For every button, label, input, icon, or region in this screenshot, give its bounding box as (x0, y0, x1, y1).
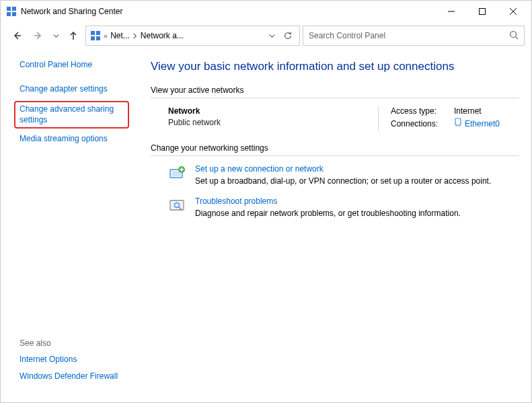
new-connection-icon (168, 164, 187, 183)
breadcrumb-seg-1[interactable]: Net... (110, 31, 138, 40)
location-icon (90, 30, 101, 41)
sidebar-item-internet-options[interactable]: Internet Options (20, 355, 129, 365)
sidebar-item-advanced-sharing-highlight: Change advanced sharing settings (14, 101, 129, 129)
active-network-block: Network Public network Access type: Inte… (168, 106, 519, 131)
titlebar: Network and Sharing Center (1, 1, 531, 22)
svg-rect-12 (96, 31, 100, 35)
main: Control Panel Home Change adapter settin… (1, 49, 531, 402)
back-button[interactable] (7, 26, 26, 45)
new-connection-link[interactable]: Set up a new connection or network (195, 164, 491, 174)
search-input[interactable] (309, 31, 509, 40)
troubleshoot-link[interactable]: Troubleshoot problems (195, 196, 461, 206)
svg-rect-3 (12, 12, 16, 16)
search-icon[interactable] (509, 30, 519, 42)
svg-rect-0 (7, 7, 11, 11)
address-dropdown[interactable] (266, 26, 278, 45)
svg-rect-13 (91, 36, 95, 40)
sidebar-item-media-streaming[interactable]: Media streaming options (20, 134, 129, 145)
content: View your basic network information and … (139, 49, 531, 402)
troubleshoot-desc: Diagnose and repair network problems, or… (195, 209, 461, 218)
sidebar-item-adapter-settings[interactable]: Change adapter settings (20, 84, 129, 95)
connection-link[interactable]: Ethernet0 (454, 118, 500, 129)
breadcrumb-prev-chevron[interactable]: « (104, 32, 108, 40)
network-sharing-icon (6, 6, 17, 17)
connections-label: Connections: (391, 119, 445, 129)
svg-point-15 (510, 31, 517, 37)
svg-rect-2 (7, 12, 11, 16)
address-bar[interactable]: « Net... Network a... (85, 26, 300, 46)
connection-name: Ethernet0 (465, 119, 500, 129)
new-connection-desc: Set up a broadband, dial-up, or VPN conn… (195, 176, 491, 186)
minimize-button[interactable] (436, 1, 467, 22)
svg-rect-17 (455, 118, 461, 125)
svg-rect-1 (12, 7, 16, 11)
access-type-value: Internet (454, 106, 482, 116)
active-networks-heading: View your active networks (151, 85, 519, 95)
breadcrumb-label: Network a... (141, 31, 184, 40)
control-panel-home[interactable]: Control Panel Home (20, 60, 129, 71)
action-troubleshoot: Troubleshoot problems Diagnose and repai… (168, 196, 519, 218)
svg-line-16 (516, 36, 519, 39)
divider (151, 98, 519, 98)
up-button[interactable] (64, 26, 83, 45)
svg-rect-11 (91, 31, 95, 35)
divider (151, 155, 519, 156)
sidebar: Control Panel Home Change adapter settin… (1, 49, 139, 402)
svg-rect-5 (480, 9, 486, 15)
troubleshoot-icon (168, 196, 187, 215)
window-title: Network and Sharing Center (21, 7, 122, 16)
sidebar-item-defender-firewall[interactable]: Windows Defender Firewall (20, 371, 129, 382)
sidebar-item-advanced-sharing[interactable]: Change advanced sharing settings (20, 104, 124, 125)
close-button[interactable] (498, 1, 529, 22)
maximize-button[interactable] (467, 1, 498, 22)
network-name: Network (168, 106, 378, 116)
refresh-button[interactable] (280, 26, 295, 45)
svg-rect-14 (96, 36, 100, 40)
forward-button[interactable] (29, 26, 48, 45)
chevron-right-icon (132, 33, 138, 39)
action-new-connection: Set up a new connection or network Set u… (168, 164, 519, 186)
network-type: Public network (168, 118, 378, 127)
recent-dropdown[interactable] (50, 26, 61, 45)
navbar: « Net... Network a... (1, 22, 531, 49)
page-title: View your basic network information and … (151, 60, 519, 73)
breadcrumb-seg-2[interactable]: Network a... (141, 31, 184, 40)
ethernet-icon (454, 118, 462, 129)
change-settings-heading: Change your networking settings (151, 143, 519, 153)
access-type-label: Access type: (391, 106, 445, 116)
see-also-label: See also (20, 338, 129, 348)
breadcrumb-label: Net... (110, 31, 130, 40)
search-bar[interactable] (303, 26, 525, 46)
